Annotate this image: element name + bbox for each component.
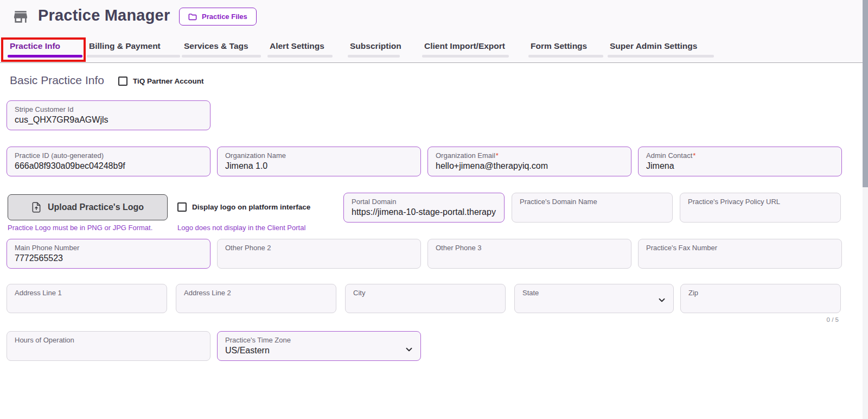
tab-label: Services & Tags: [184, 41, 248, 51]
tab-label: Super Admin Settings: [610, 41, 697, 51]
hours-of-operation-field[interactable]: Hours of Operation: [7, 331, 210, 361]
field-label: Practice's Privacy Policy URL: [688, 198, 833, 206]
zip-field[interactable]: Zip: [680, 284, 841, 313]
field-label: Zip: [688, 289, 833, 297]
field-label: Address Line 1: [15, 289, 159, 297]
field-label: Other Phone 3: [436, 244, 623, 252]
practice-files-button[interactable]: Practice Files: [179, 8, 257, 26]
tab-super-admin-settings[interactable]: Super Admin Settings: [608, 41, 714, 58]
display-logo-label: Display logo on platform interface: [192, 203, 310, 211]
tab-subscription[interactable]: Subscription: [348, 41, 400, 58]
tab-label: Practice Info: [10, 41, 60, 51]
scrollbar-track[interactable]: [863, 0, 868, 419]
section-title: Basic Practice Info: [10, 74, 104, 87]
logo-format-hint: Practice Logo must be in PNG or JPG Form…: [8, 224, 152, 232]
timezone-select[interactable]: Practice's Time Zone US/Eastern: [217, 331, 421, 361]
tiq-partner-checkbox-row: TiQ Partner Account: [118, 77, 204, 86]
privacy-policy-url-field[interactable]: Practice's Privacy Policy URL: [680, 193, 841, 223]
field-value: 666a08f930a09bec04248b9f: [15, 161, 202, 171]
field-label: Practice ID (auto-generated): [15, 151, 202, 160]
tab-services-tags[interactable]: Services & Tags: [182, 41, 261, 58]
field-label: Other Phone 2: [225, 244, 413, 252]
field-label: Main Phone Number: [15, 244, 202, 252]
tab-client-import-export[interactable]: Client Import/Export: [422, 41, 509, 58]
file-upload-icon: [31, 202, 41, 213]
field-value: 7772565523: [15, 253, 202, 263]
tab-label: Client Import/Export: [424, 41, 505, 51]
upload-logo-button[interactable]: Upload Practice's Logo: [8, 194, 168, 220]
tab-label: Alert Settings: [270, 41, 324, 51]
field-label: Admin Contact*: [646, 151, 834, 160]
practice-files-label: Practice Files: [202, 12, 247, 21]
required-asterisk: *: [693, 151, 695, 160]
tab-underline: [182, 55, 261, 58]
field-label: Practice's Domain Name: [520, 198, 665, 206]
other-phone-3-field[interactable]: Other Phone 3: [427, 239, 631, 269]
tiq-partner-label: TiQ Partner Account: [133, 77, 204, 85]
fax-number-field[interactable]: Practice's Fax Number: [638, 239, 842, 269]
organization-email-field[interactable]: Organization Email* hello+jimena@therapy…: [427, 147, 631, 176]
upload-logo-label: Upload Practice's Logo: [48, 202, 144, 212]
tab-billing-payment[interactable]: Billing & Payment: [87, 41, 180, 58]
chevron-down-icon: [657, 295, 667, 305]
tab-underline: [8, 55, 82, 58]
field-value: cus_QHX7GR9aAGWjls: [15, 115, 202, 125]
portal-domain-field[interactable]: Portal Domain https://jimena-10-stage-po…: [343, 193, 505, 223]
practice-id-field[interactable]: Practice ID (auto-generated) 666a08f930a…: [7, 147, 210, 176]
organization-name-field[interactable]: Organization Name Jimena 1.0: [217, 147, 421, 176]
folder-icon: [188, 13, 197, 21]
tab-bar: Practice Info Billing & Payment Services…: [0, 41, 863, 59]
display-logo-checkbox[interactable]: [177, 202, 187, 212]
practice-domain-name-field[interactable]: Practice's Domain Name: [512, 193, 673, 223]
field-value: Jimena: [646, 161, 834, 171]
main-phone-field[interactable]: Main Phone Number 7772565523: [7, 239, 210, 269]
tab-label: Form Settings: [531, 41, 587, 51]
field-label: Hours of Operation: [15, 336, 202, 344]
field-value: hello+jimena@therapyiq.com: [436, 161, 623, 171]
field-value: Jimena 1.0: [225, 161, 413, 171]
tab-form-settings[interactable]: Form Settings: [528, 41, 603, 58]
field-label: State: [522, 289, 666, 297]
zip-char-counter: 0 / 5: [680, 316, 839, 323]
tab-label: Subscription: [350, 41, 401, 51]
field-value: https://jimena-10-stage-portal.therapy: [352, 207, 496, 217]
practice-manager-page: Practice Manager Practice Files Practice…: [0, 0, 868, 419]
tab-underline: [528, 55, 603, 58]
field-label: City: [353, 289, 497, 297]
field-label: Practice's Time Zone: [225, 336, 413, 344]
stripe-customer-id-field[interactable]: Stripe Customer Id cus_QHX7GR9aAGWjls: [7, 100, 210, 130]
tab-label: Billing & Payment: [89, 41, 161, 51]
page-title: Practice Manager: [38, 7, 170, 24]
tab-underline: [87, 55, 180, 58]
tab-underline: [608, 55, 714, 58]
city-field[interactable]: City: [345, 284, 506, 313]
tab-practice-info[interactable]: Practice Info: [8, 41, 82, 58]
storefront-icon: [12, 8, 29, 26]
address-line-1-field[interactable]: Address Line 1: [7, 284, 167, 313]
field-label: Portal Domain: [352, 198, 496, 206]
field-value: US/Eastern: [225, 346, 413, 355]
field-label: Organization Name: [225, 151, 413, 160]
tab-underline: [267, 55, 333, 58]
scrollbar-thumb[interactable]: [863, 0, 868, 187]
state-select[interactable]: State: [514, 284, 674, 313]
display-logo-hint: Logo does not display in the Client Port…: [177, 224, 305, 232]
field-label: Stripe Customer Id: [15, 105, 202, 113]
field-label: Organization Email*: [436, 151, 623, 160]
required-asterisk: *: [496, 151, 499, 160]
chevron-down-icon: [404, 345, 414, 354]
field-label: Practice's Fax Number: [646, 244, 834, 252]
other-phone-2-field[interactable]: Other Phone 2: [217, 239, 421, 269]
field-label: Address Line 2: [184, 289, 328, 297]
tab-underline: [348, 55, 400, 58]
address-line-2-field[interactable]: Address Line 2: [176, 284, 336, 313]
tiq-partner-checkbox[interactable]: [118, 77, 127, 86]
admin-contact-field[interactable]: Admin Contact* Jimena: [638, 147, 842, 176]
display-logo-checkbox-row: Display logo on platform interface: [177, 202, 310, 212]
tab-underline: [422, 55, 509, 58]
tab-alert-settings[interactable]: Alert Settings: [267, 41, 333, 58]
